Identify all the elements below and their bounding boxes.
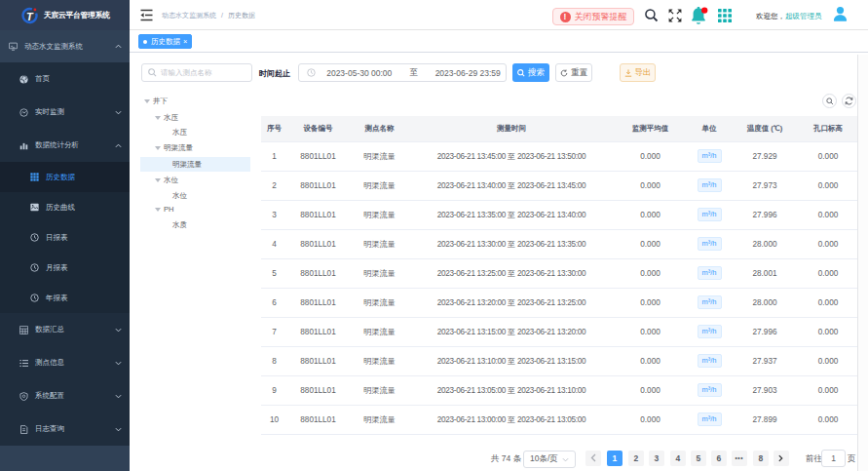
svg-text:T: T [26, 10, 34, 21]
